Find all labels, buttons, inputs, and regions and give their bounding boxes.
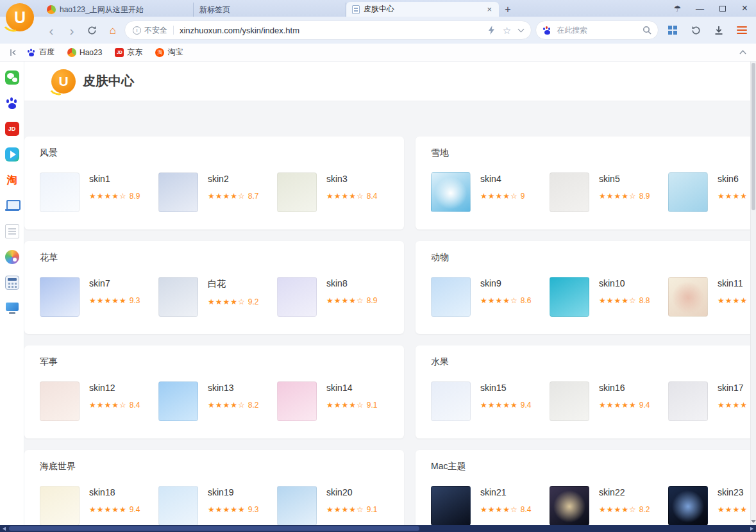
skin-item[interactable]: skin16 ★★★★★ 9.4 bbox=[550, 381, 668, 421]
wechat-sidebar-button[interactable] bbox=[3, 71, 21, 85]
skin-item[interactable]: skin1 ★★★★☆ 8.9 bbox=[40, 172, 158, 212]
skin-item[interactable]: skin21 ★★★★☆ 8.4 bbox=[431, 486, 550, 525]
skin-thumbnail[interactable] bbox=[550, 277, 589, 317]
apps-grid-button[interactable] bbox=[661, 21, 684, 39]
skin-item[interactable]: skin23 ★★★★ bbox=[668, 486, 750, 525]
skin-thumbnail[interactable] bbox=[550, 486, 589, 525]
skin-thumbnail[interactable] bbox=[158, 172, 198, 212]
browser-tab[interactable]: hao123_上网从这里开始 bbox=[41, 3, 194, 17]
minimize-button[interactable]: — bbox=[689, 0, 711, 17]
baidu-sidebar-button[interactable] bbox=[3, 96, 21, 110]
calculator-sidebar-button[interactable] bbox=[3, 276, 21, 290]
skin-item[interactable]: skin10 ★★★★☆ 8.8 bbox=[550, 277, 668, 317]
undo-button[interactable] bbox=[684, 21, 707, 39]
scroll-down-arrow-icon[interactable] bbox=[751, 520, 756, 523]
download-button[interactable] bbox=[707, 21, 730, 39]
address-bar[interactable]: i 不安全 xinzhuoxun.com/yskin/index.htm ☆ bbox=[124, 21, 532, 40]
skin-item[interactable]: skin19 ★★★★★ 9.3 bbox=[158, 486, 277, 525]
search-engine-icon[interactable] bbox=[542, 26, 552, 35]
maximize-button[interactable] bbox=[711, 0, 734, 17]
skin-thumbnail[interactable] bbox=[40, 486, 80, 525]
info-icon[interactable]: i bbox=[133, 26, 141, 35]
umbrella-icon[interactable]: ☂ bbox=[666, 0, 689, 17]
forward-button[interactable]: › bbox=[62, 21, 82, 39]
skin-item[interactable]: skin7 ★★★★★ 9.3 bbox=[40, 277, 158, 317]
skin-item[interactable]: skin13 ★★★★☆ 8.2 bbox=[158, 381, 277, 421]
tab-close-icon[interactable]: × bbox=[485, 4, 493, 14]
jd-sidebar-button[interactable]: JD bbox=[3, 122, 21, 136]
skin-thumbnail[interactable] bbox=[158, 486, 198, 525]
document-sidebar-button[interactable] bbox=[3, 224, 21, 238]
skin-thumbnail[interactable] bbox=[668, 381, 708, 421]
skin-item[interactable]: skin17 ★★★★ bbox=[668, 381, 750, 421]
search-box[interactable] bbox=[535, 21, 659, 40]
skin-thumbnail[interactable] bbox=[277, 277, 317, 317]
skin-thumbnail[interactable] bbox=[431, 381, 471, 421]
address-chevron-down-icon[interactable] bbox=[518, 26, 525, 33]
bookmark-item[interactable]: 百度 bbox=[21, 47, 61, 58]
lightning-icon[interactable] bbox=[488, 26, 495, 35]
browser-tab[interactable]: 新标签页 bbox=[194, 3, 346, 17]
skin-thumbnail[interactable] bbox=[277, 486, 317, 525]
skin-item[interactable]: skin14 ★★★★☆ 9.1 bbox=[277, 381, 396, 421]
skin-item[interactable]: skin4 ★★★★☆ 9 bbox=[431, 172, 550, 212]
skin-item[interactable]: skin15 ★★★★★ 9.4 bbox=[431, 381, 550, 421]
scroll-left-arrow-icon[interactable] bbox=[3, 527, 6, 531]
url-text[interactable]: xinzhuoxun.com/yskin/index.htm bbox=[180, 26, 483, 35]
skin-item[interactable]: 白花 ★★★★☆ 9.2 bbox=[158, 277, 277, 317]
skin-item[interactable]: skin9 ★★★★☆ 8.6 bbox=[431, 277, 550, 317]
bookmark-item[interactable]: Hao23 bbox=[61, 48, 108, 57]
skin-thumbnail[interactable] bbox=[668, 486, 708, 525]
scroll-right-arrow-icon[interactable] bbox=[750, 527, 753, 531]
vertical-scrollbar-thumb[interactable] bbox=[752, 63, 755, 210]
bookmark-star-icon[interactable]: ☆ bbox=[503, 26, 511, 35]
home-button[interactable]: ⌂ bbox=[103, 21, 123, 39]
skin-thumbnail[interactable] bbox=[158, 277, 198, 317]
monitor-sidebar-button[interactable] bbox=[3, 301, 21, 315]
bookmark-item[interactable]: 淘 淘宝 bbox=[149, 47, 189, 58]
skin-thumbnail[interactable] bbox=[277, 172, 317, 212]
palette-sidebar-button[interactable] bbox=[3, 250, 21, 264]
horizontal-scrollbar[interactable] bbox=[0, 525, 756, 532]
menu-button[interactable] bbox=[730, 21, 753, 39]
skin-thumbnail[interactable] bbox=[431, 277, 471, 317]
skin-name: skin16 bbox=[599, 383, 650, 393]
skin-thumbnail[interactable] bbox=[668, 277, 708, 317]
skin-thumbnail[interactable] bbox=[277, 381, 317, 421]
skin-thumbnail[interactable] bbox=[550, 172, 589, 212]
skin-thumbnail[interactable] bbox=[550, 381, 589, 421]
search-input[interactable] bbox=[557, 26, 643, 35]
skin-item[interactable]: skin12 ★★★★☆ 8.4 bbox=[40, 381, 158, 421]
horizontal-scrollbar-thumb[interactable] bbox=[9, 526, 419, 531]
bookmark-item[interactable]: JD 京东 bbox=[108, 47, 149, 58]
skin-thumbnail[interactable] bbox=[668, 172, 708, 212]
skin-thumbnail[interactable] bbox=[40, 277, 80, 317]
skin-item[interactable]: skin18 ★★★★★ 9.4 bbox=[40, 486, 158, 525]
skin-item[interactable]: skin20 ★★★★☆ 9.1 bbox=[277, 486, 396, 525]
skin-thumbnail[interactable] bbox=[431, 172, 471, 212]
skin-item[interactable]: skin5 ★★★★☆ 8.9 bbox=[550, 172, 668, 212]
video-play-sidebar-button[interactable] bbox=[3, 147, 21, 162]
new-tab-button[interactable]: + bbox=[499, 3, 517, 17]
bookmarks-chevron-up-button[interactable] bbox=[735, 50, 750, 54]
skin-item[interactable]: skin3 ★★★★☆ 8.4 bbox=[277, 172, 396, 212]
skin-thumbnail[interactable] bbox=[40, 381, 80, 421]
skin-item[interactable]: skin6 ★★★★ bbox=[668, 172, 750, 212]
skin-item[interactable]: skin22 ★★★★☆ 8.2 bbox=[550, 486, 668, 525]
collapse-sidebar-button[interactable] bbox=[6, 49, 21, 56]
skin-thumbnail[interactable] bbox=[158, 381, 198, 421]
laptop-sidebar-button[interactable] bbox=[3, 199, 21, 213]
skin-thumbnail[interactable] bbox=[40, 172, 80, 212]
skin-item[interactable]: skin8 ★★★★☆ 8.9 bbox=[277, 277, 396, 317]
browser-tab[interactable]: 皮肤中心 × bbox=[346, 2, 499, 17]
search-icon[interactable] bbox=[643, 26, 651, 35]
skin-item[interactable]: skin11 ★★★★ bbox=[668, 277, 750, 317]
taobao-sidebar-button[interactable]: 淘 bbox=[3, 173, 21, 187]
skin-thumbnail[interactable] bbox=[431, 486, 471, 525]
back-button[interactable]: ‹ bbox=[41, 21, 62, 39]
close-button[interactable]: × bbox=[734, 0, 756, 17]
refresh-button[interactable] bbox=[82, 21, 103, 39]
vertical-scrollbar[interactable] bbox=[750, 62, 756, 525]
skin-item[interactable]: skin2 ★★★★☆ 8.7 bbox=[158, 172, 277, 212]
browser-logo[interactable]: U bbox=[6, 3, 34, 31]
